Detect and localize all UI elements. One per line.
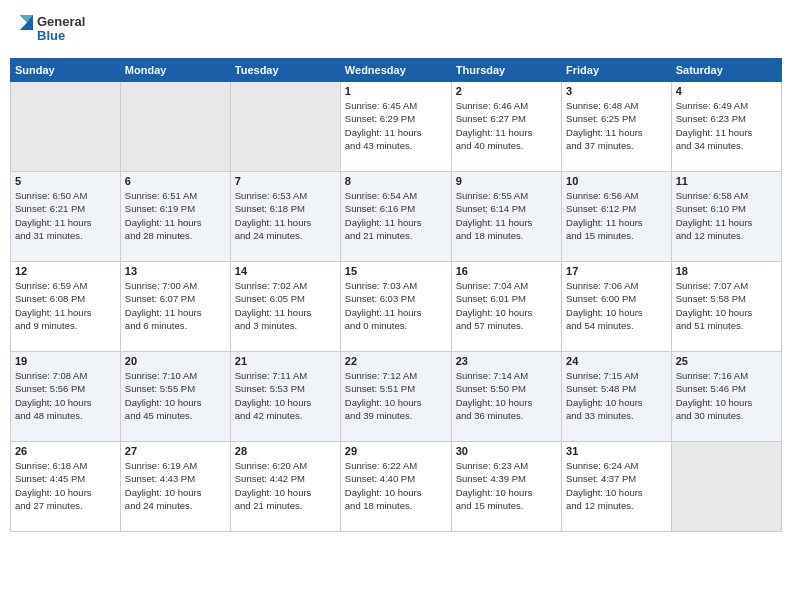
day-info: Sunrise: 7:10 AMSunset: 5:55 PMDaylight:…: [125, 369, 226, 422]
logo: GeneralBlue: [15, 10, 95, 50]
calendar-cell: 15Sunrise: 7:03 AMSunset: 6:03 PMDayligh…: [340, 262, 451, 352]
day-number: 1: [345, 85, 447, 97]
day-info: Sunrise: 7:08 AMSunset: 5:56 PMDaylight:…: [15, 369, 116, 422]
calendar-cell: 13Sunrise: 7:00 AMSunset: 6:07 PMDayligh…: [120, 262, 230, 352]
calendar-week-row: 19Sunrise: 7:08 AMSunset: 5:56 PMDayligh…: [11, 352, 782, 442]
calendar-week-row: 12Sunrise: 6:59 AMSunset: 6:08 PMDayligh…: [11, 262, 782, 352]
day-info: Sunrise: 6:55 AMSunset: 6:14 PMDaylight:…: [456, 189, 557, 242]
day-info: Sunrise: 6:48 AMSunset: 6:25 PMDaylight:…: [566, 99, 667, 152]
day-info: Sunrise: 6:51 AMSunset: 6:19 PMDaylight:…: [125, 189, 226, 242]
day-number: 22: [345, 355, 447, 367]
day-number: 6: [125, 175, 226, 187]
day-number: 20: [125, 355, 226, 367]
day-info: Sunrise: 7:14 AMSunset: 5:50 PMDaylight:…: [456, 369, 557, 422]
day-number: 19: [15, 355, 116, 367]
day-number: 30: [456, 445, 557, 457]
day-info: Sunrise: 6:56 AMSunset: 6:12 PMDaylight:…: [566, 189, 667, 242]
calendar-table: SundayMondayTuesdayWednesdayThursdayFrid…: [10, 58, 782, 532]
day-number: 26: [15, 445, 116, 457]
day-info: Sunrise: 7:11 AMSunset: 5:53 PMDaylight:…: [235, 369, 336, 422]
day-number: 14: [235, 265, 336, 277]
day-number: 17: [566, 265, 667, 277]
calendar-cell: 8Sunrise: 6:54 AMSunset: 6:16 PMDaylight…: [340, 172, 451, 262]
calendar-cell: [120, 82, 230, 172]
day-info: Sunrise: 6:45 AMSunset: 6:29 PMDaylight:…: [345, 99, 447, 152]
svg-text:Blue: Blue: [37, 28, 65, 43]
calendar-cell: 3Sunrise: 6:48 AMSunset: 6:25 PMDaylight…: [562, 82, 672, 172]
calendar-cell: 14Sunrise: 7:02 AMSunset: 6:05 PMDayligh…: [230, 262, 340, 352]
day-info: Sunrise: 6:24 AMSunset: 4:37 PMDaylight:…: [566, 459, 667, 512]
calendar-cell: 17Sunrise: 7:06 AMSunset: 6:00 PMDayligh…: [562, 262, 672, 352]
day-number: 15: [345, 265, 447, 277]
calendar-cell: 28Sunrise: 6:20 AMSunset: 4:42 PMDayligh…: [230, 442, 340, 532]
day-number: 5: [15, 175, 116, 187]
day-info: Sunrise: 7:00 AMSunset: 6:07 PMDaylight:…: [125, 279, 226, 332]
calendar-cell: 24Sunrise: 7:15 AMSunset: 5:48 PMDayligh…: [562, 352, 672, 442]
calendar-cell: 21Sunrise: 7:11 AMSunset: 5:53 PMDayligh…: [230, 352, 340, 442]
day-info: Sunrise: 7:04 AMSunset: 6:01 PMDaylight:…: [456, 279, 557, 332]
calendar-cell: 5Sunrise: 6:50 AMSunset: 6:21 PMDaylight…: [11, 172, 121, 262]
calendar-cell: 23Sunrise: 7:14 AMSunset: 5:50 PMDayligh…: [451, 352, 561, 442]
day-info: Sunrise: 6:58 AMSunset: 6:10 PMDaylight:…: [676, 189, 777, 242]
day-info: Sunrise: 7:07 AMSunset: 5:58 PMDaylight:…: [676, 279, 777, 332]
day-number: 7: [235, 175, 336, 187]
day-number: 11: [676, 175, 777, 187]
calendar-cell: 9Sunrise: 6:55 AMSunset: 6:14 PMDaylight…: [451, 172, 561, 262]
day-number: 31: [566, 445, 667, 457]
calendar-cell: 12Sunrise: 6:59 AMSunset: 6:08 PMDayligh…: [11, 262, 121, 352]
day-number: 25: [676, 355, 777, 367]
day-number: 24: [566, 355, 667, 367]
day-info: Sunrise: 6:46 AMSunset: 6:27 PMDaylight:…: [456, 99, 557, 152]
day-info: Sunrise: 6:50 AMSunset: 6:21 PMDaylight:…: [15, 189, 116, 242]
day-info: Sunrise: 7:16 AMSunset: 5:46 PMDaylight:…: [676, 369, 777, 422]
day-number: 4: [676, 85, 777, 97]
day-info: Sunrise: 6:53 AMSunset: 6:18 PMDaylight:…: [235, 189, 336, 242]
calendar-cell: 31Sunrise: 6:24 AMSunset: 4:37 PMDayligh…: [562, 442, 672, 532]
weekday-header-wednesday: Wednesday: [340, 59, 451, 82]
calendar-cell: 10Sunrise: 6:56 AMSunset: 6:12 PMDayligh…: [562, 172, 672, 262]
weekday-header-sunday: Sunday: [11, 59, 121, 82]
day-info: Sunrise: 7:03 AMSunset: 6:03 PMDaylight:…: [345, 279, 447, 332]
calendar-cell: 22Sunrise: 7:12 AMSunset: 5:51 PMDayligh…: [340, 352, 451, 442]
calendar-cell: 29Sunrise: 6:22 AMSunset: 4:40 PMDayligh…: [340, 442, 451, 532]
calendar-cell: 25Sunrise: 7:16 AMSunset: 5:46 PMDayligh…: [671, 352, 781, 442]
weekday-header-friday: Friday: [562, 59, 672, 82]
weekday-header-row: SundayMondayTuesdayWednesdayThursdayFrid…: [11, 59, 782, 82]
calendar-cell: 26Sunrise: 6:18 AMSunset: 4:45 PMDayligh…: [11, 442, 121, 532]
day-info: Sunrise: 6:59 AMSunset: 6:08 PMDaylight:…: [15, 279, 116, 332]
day-info: Sunrise: 6:20 AMSunset: 4:42 PMDaylight:…: [235, 459, 336, 512]
day-info: Sunrise: 6:22 AMSunset: 4:40 PMDaylight:…: [345, 459, 447, 512]
svg-text:General: General: [37, 14, 85, 29]
day-info: Sunrise: 7:15 AMSunset: 5:48 PMDaylight:…: [566, 369, 667, 422]
day-info: Sunrise: 6:54 AMSunset: 6:16 PMDaylight:…: [345, 189, 447, 242]
calendar-cell: [671, 442, 781, 532]
day-number: 9: [456, 175, 557, 187]
day-number: 16: [456, 265, 557, 277]
day-number: 8: [345, 175, 447, 187]
calendar-cell: 2Sunrise: 6:46 AMSunset: 6:27 PMDaylight…: [451, 82, 561, 172]
calendar-week-row: 26Sunrise: 6:18 AMSunset: 4:45 PMDayligh…: [11, 442, 782, 532]
day-number: 21: [235, 355, 336, 367]
day-info: Sunrise: 7:12 AMSunset: 5:51 PMDaylight:…: [345, 369, 447, 422]
day-number: 29: [345, 445, 447, 457]
day-number: 23: [456, 355, 557, 367]
calendar-cell: 30Sunrise: 6:23 AMSunset: 4:39 PMDayligh…: [451, 442, 561, 532]
day-info: Sunrise: 7:06 AMSunset: 6:00 PMDaylight:…: [566, 279, 667, 332]
logo-icon: GeneralBlue: [15, 10, 95, 50]
weekday-header-monday: Monday: [120, 59, 230, 82]
calendar-cell: 6Sunrise: 6:51 AMSunset: 6:19 PMDaylight…: [120, 172, 230, 262]
day-info: Sunrise: 6:18 AMSunset: 4:45 PMDaylight:…: [15, 459, 116, 512]
page-header: GeneralBlue: [10, 10, 782, 50]
day-number: 28: [235, 445, 336, 457]
day-info: Sunrise: 7:02 AMSunset: 6:05 PMDaylight:…: [235, 279, 336, 332]
day-number: 3: [566, 85, 667, 97]
day-number: 10: [566, 175, 667, 187]
calendar-cell: 27Sunrise: 6:19 AMSunset: 4:43 PMDayligh…: [120, 442, 230, 532]
weekday-header-thursday: Thursday: [451, 59, 561, 82]
calendar-cell: 16Sunrise: 7:04 AMSunset: 6:01 PMDayligh…: [451, 262, 561, 352]
weekday-header-saturday: Saturday: [671, 59, 781, 82]
calendar-cell: 19Sunrise: 7:08 AMSunset: 5:56 PMDayligh…: [11, 352, 121, 442]
calendar-cell: 4Sunrise: 6:49 AMSunset: 6:23 PMDaylight…: [671, 82, 781, 172]
calendar-week-row: 5Sunrise: 6:50 AMSunset: 6:21 PMDaylight…: [11, 172, 782, 262]
calendar-cell: 11Sunrise: 6:58 AMSunset: 6:10 PMDayligh…: [671, 172, 781, 262]
